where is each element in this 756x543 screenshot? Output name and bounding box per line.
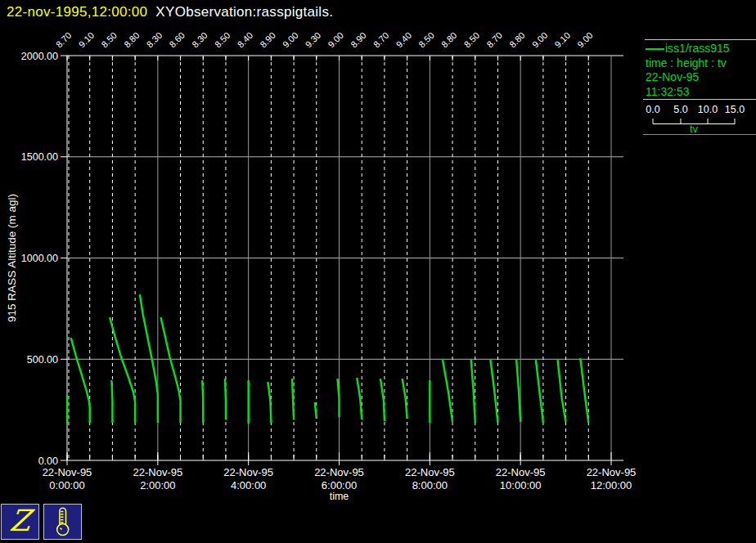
tv-tick-label: 8.30 [145,30,164,50]
tv-tick-label: 9.30 [304,30,323,50]
zoom-z-icon: Z [8,506,32,536]
legend-series-row: iss1/rass915 [646,42,730,56]
y-axis-title: 915 RASS Altitude (m agl) [6,194,18,322]
tv-tick-label: 8.60 [167,30,187,50]
x-tick-date: 22-Nov-95 [133,466,182,478]
y-tick-label: 2000.00 [21,51,58,62]
pigtail-profile [140,294,158,423]
x-tick-time: 2:00:00 [140,479,175,491]
x-tick-date: 22-Nov-95 [496,466,546,478]
legend-series-label: iss1/rass915 [665,42,730,55]
tv-tick-label: 8.70 [54,30,74,50]
legend: iss1/rass915 time : height : tv 22-Nov-9… [643,35,756,138]
tv-tick-label: 8.50 [213,30,232,50]
tv-scale-tick: 15.0 [725,104,745,115]
y-tick-label: 500.00 [27,354,58,366]
pigtail-profile [558,360,566,422]
x-tick-time: 6:00:00 [322,479,357,491]
x-tick-time: 12:00:00 [591,479,632,491]
pigtail-profile [225,379,226,420]
tv-scale-label: tv [690,123,698,135]
pigtail-profile [471,360,475,423]
plot-datetime: 22-nov-1995,12:00:00 [7,4,147,20]
pigtail-profile [516,360,520,422]
tv-tick-label: 9.00 [326,30,345,50]
tv-scale-tick: 0.0 [646,104,659,115]
tv-tick-label: 8.50 [462,30,482,50]
pigtail-profile [357,378,362,420]
x-axis-title: time [330,491,349,502]
x-tick-time: 0:00:00 [49,479,84,491]
tv-tick-label: 8.80 [122,30,142,50]
x-tick-date: 22-Nov-95 [223,466,273,478]
pigtail-profile [110,317,135,423]
x-tick-date: 22-Nov-95 [587,466,637,478]
x-tick-date: 22-Nov-95 [405,466,455,478]
tv-tick-label: 8.70 [371,30,391,50]
pigtail-profile [403,379,407,419]
pigtail-profile [536,360,543,423]
pigtail-profile [580,358,588,423]
legend-bottom-divider [643,134,756,135]
pigtail-profile [268,382,271,423]
tv-scale-tick: 5.0 [673,104,687,115]
y-tick-label: 1500.00 [21,151,58,163]
tv-tick-label: 9.00 [530,30,550,50]
legend-fields-row: time : height : tv [646,56,730,71]
tv-tick-label: 9.10 [77,30,97,50]
tv-tick-label: 8.80 [507,30,527,50]
tv-tick-label: 9.00 [281,30,300,50]
tv-tick-label: 8.50 [416,30,436,50]
tv-tick-label: 9.00 [575,30,595,50]
zoom-button[interactable]: Z [1,504,39,540]
series-line-swatch [646,48,664,50]
toolbar: Z [1,504,82,540]
legend-date: 22-Nov-95 [646,70,730,85]
tv-scale-ticks: 0.0 5.0 10.0 15.0 [643,104,756,115]
y-tick-label: 1000.00 [21,253,58,264]
thermometer-button[interactable] [43,504,82,540]
tv-scale-ruler [643,117,756,126]
tv-tick-label: 8.70 [484,30,504,50]
tv-tick-label: 9.40 [394,30,414,50]
legend-time: 11:32:53 [646,85,730,100]
title-bar: 22-nov-1995,12:00:00XYObservation:rasspi… [7,4,333,20]
tv-tick-label: 8.50 [99,30,119,50]
pigtail-profile [111,380,112,423]
tv-tick-label: 8.40 [236,30,255,50]
x-tick-time: 4:00:00 [231,479,266,491]
tv-scale-tick: 10.0 [698,104,718,115]
x-tick-date: 22-Nov-95 [43,466,92,478]
legend-mid-divider [643,99,756,100]
x-tick-time: 8:00:00 [412,479,448,491]
pigtail-profile [380,379,385,421]
x-tick-time: 10:00:00 [500,479,542,491]
pigtail-profile [443,360,452,422]
tv-tick-label: 8.90 [349,30,368,50]
thermometer-icon [44,504,81,540]
tv-tick-label: 9.10 [553,30,573,50]
pigtail-profile [161,317,181,423]
y-tick-label: 0.00 [38,455,58,467]
pigtail-profile [338,379,340,417]
pigtail-profile [202,380,203,423]
tv-tick-label: 8.90 [258,30,277,50]
tv-tick-label: 8.30 [190,30,209,50]
x-tick-date: 22-Nov-95 [314,466,364,478]
pigtail-profile [490,360,497,423]
legend-top-divider [645,39,756,40]
pigtail-profile [71,338,90,423]
page-title: XYObservation:rasspigtails. [155,4,333,20]
tv-tick-label: 8.80 [439,30,459,50]
